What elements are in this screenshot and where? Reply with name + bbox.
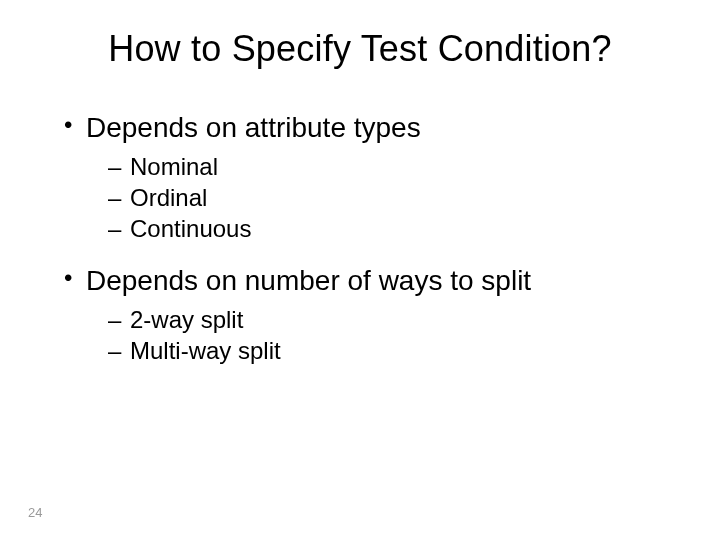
sub-bullet-text: 2-way split [130, 306, 243, 333]
slide-container: How to Specify Test Condition? Depends o… [0, 0, 720, 540]
bullet-text: Depends on number of ways to split [86, 265, 531, 296]
slide-title: How to Specify Test Condition? [40, 28, 680, 70]
sublist: 2-way split Multi-way split [108, 304, 680, 366]
bullet-level-2: Nominal [108, 151, 680, 182]
bullet-level-2: Ordinal [108, 182, 680, 213]
bullet-level-1: Depends on number of ways to split [60, 263, 680, 298]
sublist: Nominal Ordinal Continuous [108, 151, 680, 245]
bullet-level-2: Continuous [108, 213, 680, 244]
sub-bullet-text: Continuous [130, 215, 251, 242]
bullet-level-2: 2-way split [108, 304, 680, 335]
bullet-level-1: Depends on attribute types [60, 110, 680, 145]
sub-bullet-text: Ordinal [130, 184, 207, 211]
page-number: 24 [28, 505, 42, 520]
sub-bullet-text: Nominal [130, 153, 218, 180]
bullet-text: Depends on attribute types [86, 112, 421, 143]
slide-content: Depends on attribute types Nominal Ordin… [40, 110, 680, 366]
bullet-level-2: Multi-way split [108, 335, 680, 366]
sub-bullet-text: Multi-way split [130, 337, 281, 364]
